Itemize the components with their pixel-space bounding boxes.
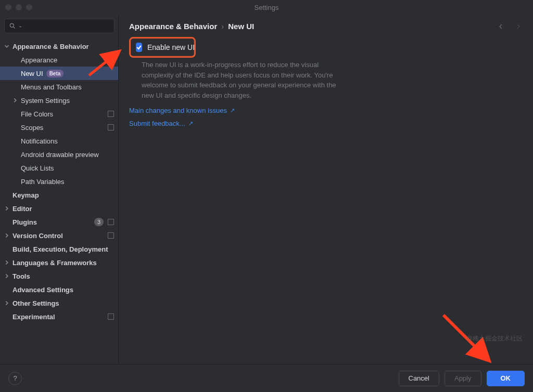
sidebar-item-appearance[interactable]: Appearance xyxy=(0,53,118,67)
link-submit-feedback-label: Submit feedback... xyxy=(129,120,185,127)
search-cursor: ‑ xyxy=(19,22,21,30)
sidebar-item-label: Version Control xyxy=(12,232,63,240)
dialog-footer: ? Cancel Apply OK xyxy=(0,364,533,392)
project-scope-icon xyxy=(108,313,114,320)
sidebar-item-path-variables[interactable]: Path Variables xyxy=(0,175,118,188)
sidebar-item-menus-and-toolbars[interactable]: Menus and Toolbars xyxy=(0,80,118,94)
svg-point-0 xyxy=(10,23,14,27)
count-badge: 3 xyxy=(94,218,104,226)
sidebar-item-version-control[interactable]: Version Control xyxy=(0,229,118,242)
annotation-arrow-icon xyxy=(439,311,497,368)
link-main-changes-label: Main changes and known issues xyxy=(129,107,227,114)
sidebar-item-label: Experimental xyxy=(12,313,55,321)
sidebar-item-label: Editor xyxy=(12,205,32,213)
sidebar-item-build-execution-deployment[interactable]: Build, Execution, Deployment xyxy=(0,242,118,256)
search-icon xyxy=(9,22,16,30)
sidebar-item-label: Quick Lists xyxy=(21,164,54,172)
help-icon: ? xyxy=(13,374,17,382)
titlebar: Settings xyxy=(0,0,533,15)
sidebar-item-quick-lists[interactable]: Quick Lists xyxy=(0,161,118,175)
project-scope-icon xyxy=(108,124,114,130)
chevron-right-icon xyxy=(3,205,10,212)
sidebar-item-label: Languages & Frameworks xyxy=(12,259,97,267)
link-main-changes[interactable]: Main changes and known issues ↗ xyxy=(129,107,523,114)
apply-button: Apply xyxy=(445,371,481,386)
sidebar-item-other-settings[interactable]: Other Settings xyxy=(0,296,118,310)
checkbox-label: Enable new UI xyxy=(147,43,195,51)
close-window-icon[interactable] xyxy=(5,4,11,10)
sidebar-item-appearance-behavior[interactable]: Appearance & Behavior xyxy=(0,40,118,53)
chevron-right-icon xyxy=(3,299,10,307)
svg-line-3 xyxy=(443,315,487,359)
breadcrumb-separator-icon: › xyxy=(221,22,224,31)
project-scope-icon xyxy=(108,232,114,239)
new-ui-description: The new UI is a work-in-progress effort … xyxy=(142,60,345,100)
link-submit-feedback[interactable]: Submit feedback... ↗ xyxy=(129,120,523,127)
sidebar-item-languages-frameworks[interactable]: Languages & Frameworks xyxy=(0,256,118,269)
sidebar-item-label: System Settings xyxy=(21,97,70,104)
window-title: Settings xyxy=(0,4,533,11)
sidebar-item-label: Advanced Settings xyxy=(12,286,73,294)
sidebar-item-system-settings[interactable]: System Settings xyxy=(0,94,118,107)
sidebar-item-plugins[interactable]: Plugins3 xyxy=(0,215,118,229)
sidebar-item-label: Appearance & Behavior xyxy=(12,43,89,50)
sidebar-item-new-ui[interactable]: New UIBeta xyxy=(0,67,118,80)
sidebar-item-label: New UI xyxy=(21,70,43,77)
sidebar-item-editor[interactable]: Editor xyxy=(0,202,118,215)
sidebar-item-scopes[interactable]: Scopes xyxy=(0,121,118,134)
help-button[interactable]: ? xyxy=(8,372,22,385)
sidebar-item-label: Appearance xyxy=(21,56,57,64)
breadcrumb: Appearance & Behavior › New UI xyxy=(129,22,254,31)
sidebar-item-keymap[interactable]: Keymap xyxy=(0,188,118,202)
nav-forward-icon[interactable] xyxy=(514,22,523,31)
sidebar-item-experimental[interactable]: Experimental xyxy=(0,310,118,323)
settings-tree: Appearance & BehaviorAppearanceNew UIBet… xyxy=(0,38,118,364)
watermark: @稀土掘金技术社区 xyxy=(466,334,523,343)
breadcrumb-current: New UI xyxy=(228,22,254,31)
breadcrumb-parent[interactable]: Appearance & Behavior xyxy=(129,22,217,31)
zoom-window-icon[interactable] xyxy=(26,4,32,10)
project-scope-icon xyxy=(108,219,114,225)
sidebar-item-file-colors[interactable]: File Colors xyxy=(0,107,118,121)
checkbox-icon xyxy=(136,43,142,52)
sidebar-item-label: Notifications xyxy=(21,137,58,145)
sidebar-item-label: Build, Execution, Deployment xyxy=(12,245,108,253)
chevron-right-icon xyxy=(3,259,10,266)
sidebar-item-label: Scopes xyxy=(21,124,43,132)
cancel-button[interactable]: Cancel xyxy=(399,371,439,386)
chevron-right-icon xyxy=(3,272,10,280)
window-controls[interactable] xyxy=(5,4,32,10)
external-link-icon: ↗ xyxy=(188,120,193,127)
sidebar-item-label: Menus and Toolbars xyxy=(21,83,82,91)
ok-button[interactable]: OK xyxy=(487,371,525,386)
sidebar-item-label: Plugins xyxy=(12,218,37,226)
sidebar-item-label: Keymap xyxy=(12,191,39,199)
sidebar-item-label: Tools xyxy=(12,272,30,280)
chevron-down-icon xyxy=(3,43,10,50)
beta-badge: Beta xyxy=(46,70,64,77)
sidebar-item-label: File Colors xyxy=(21,110,53,118)
sidebar-item-tools[interactable]: Tools xyxy=(0,269,118,283)
sidebar-item-label: Path Variables xyxy=(21,178,65,186)
sidebar-item-notifications[interactable]: Notifications xyxy=(0,134,118,148)
project-scope-icon xyxy=(108,111,114,117)
nav-back-icon[interactable] xyxy=(497,22,505,31)
chevron-right-icon xyxy=(11,97,19,104)
settings-main: Appearance & Behavior › New UI Enable ne… xyxy=(119,15,533,364)
minimize-window-icon[interactable] xyxy=(16,4,22,10)
external-link-icon: ↗ xyxy=(230,107,235,114)
settings-sidebar: ‑ Appearance & BehaviorAppearanceNew UIB… xyxy=(0,15,119,364)
sidebar-item-advanced-settings[interactable]: Advanced Settings xyxy=(0,283,118,296)
enable-new-ui-checkbox[interactable]: Enable new UI xyxy=(129,37,196,58)
search-input[interactable]: ‑ xyxy=(4,19,115,33)
svg-line-1 xyxy=(14,27,15,29)
chevron-right-icon xyxy=(3,232,10,239)
sidebar-item-android-drawable-preview[interactable]: Android drawable preview xyxy=(0,148,118,161)
sidebar-item-label: Other Settings xyxy=(12,299,59,307)
sidebar-item-label: Android drawable preview xyxy=(21,151,99,159)
